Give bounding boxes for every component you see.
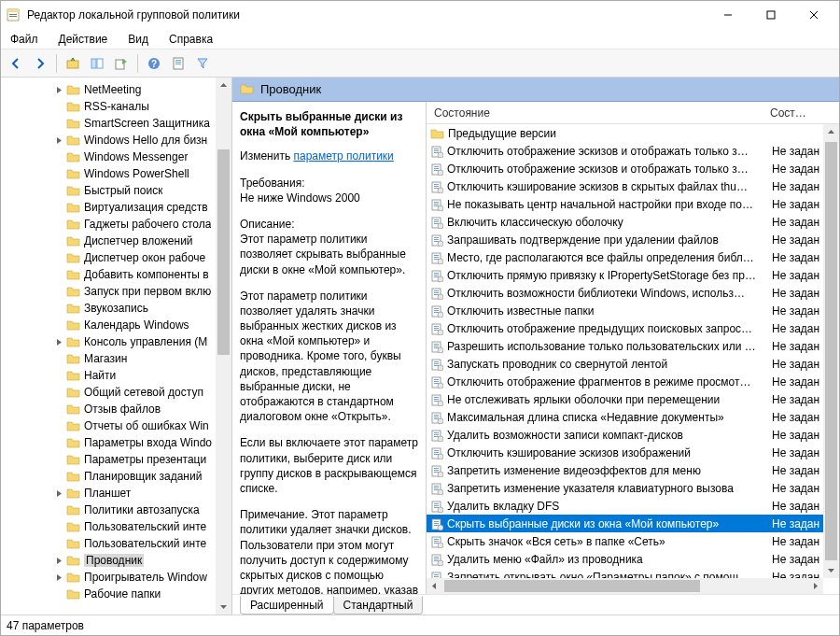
scrollbar-thumb[interactable] bbox=[825, 142, 837, 560]
tree[interactable]: NetMeetingRSS-каналыSmartScreen Защитник… bbox=[1, 78, 231, 606]
tree-item[interactable]: Календарь Windows bbox=[1, 317, 231, 333]
list-item[interactable]: Запускать проводник со свернутой лентойН… bbox=[427, 355, 823, 373]
folder-icon bbox=[66, 571, 80, 584]
nav-forward-button[interactable] bbox=[29, 52, 51, 75]
up-button[interactable] bbox=[62, 52, 84, 75]
expander-icon[interactable] bbox=[53, 336, 64, 347]
list-item[interactable]: Отключить отображение эскизов и отобража… bbox=[427, 142, 823, 160]
list-item-state: Не задан bbox=[768, 180, 823, 193]
list-item[interactable]: Место, где располагаются все файлы опред… bbox=[427, 248, 823, 266]
list-item[interactable]: Удалить возможности записи компакт-диско… bbox=[427, 426, 823, 444]
expander-icon[interactable] bbox=[53, 488, 64, 499]
list-item-label: Отключить отображение предыдущих поисков… bbox=[447, 322, 768, 335]
properties-button[interactable] bbox=[167, 52, 189, 75]
list-item[interactable]: Включить классическую оболочкуНе задан bbox=[427, 213, 823, 231]
list-item[interactable]: Отключить отображение фрагментов в режим… bbox=[427, 373, 823, 390]
menu-file[interactable]: Файл bbox=[7, 31, 42, 48]
column-header-state[interactable]: Состоян bbox=[763, 106, 819, 120]
tree-item[interactable]: Консоль управления (M bbox=[1, 333, 231, 350]
tree-item[interactable]: Диспетчер окон рабоче bbox=[1, 249, 231, 266]
tree-item[interactable]: Пользовательский инте bbox=[1, 518, 231, 535]
expander-icon[interactable] bbox=[53, 134, 64, 146]
policy-setting-link[interactable]: параметр политики bbox=[293, 149, 393, 163]
menu-action[interactable]: Действие bbox=[55, 31, 112, 48]
list-item[interactable]: Не отслеживать ярлыки оболочки при перем… bbox=[427, 390, 823, 408]
tree-item[interactable]: Отчеты об ошибках Win bbox=[1, 417, 231, 434]
scroll-left-icon[interactable] bbox=[427, 578, 442, 594]
tree-item[interactable]: SmartScreen Защитника bbox=[1, 115, 231, 132]
list-item[interactable]: Отключить кэширование эскизов в скрытых … bbox=[427, 177, 823, 195]
tab-standard[interactable]: Стандартный bbox=[333, 596, 424, 615]
list-item[interactable]: Удалить меню «Файл» из проводникаНе зада… bbox=[427, 550, 823, 568]
close-button[interactable] bbox=[792, 1, 835, 29]
list-item[interactable]: Отключить отображение эскизов и отобража… bbox=[427, 160, 823, 177]
list-item[interactable]: Отключить отображение предыдущих поисков… bbox=[427, 319, 823, 337]
tree-item[interactable]: Windows Messenger bbox=[1, 148, 231, 165]
list-folder-item[interactable]: Предыдущие версии bbox=[427, 124, 823, 142]
maximize-button[interactable] bbox=[749, 1, 792, 29]
tree-item[interactable]: Пользовательский инте bbox=[1, 535, 231, 552]
tab-extended[interactable]: Расширенный bbox=[240, 596, 334, 615]
minimize-button[interactable] bbox=[707, 1, 749, 29]
scroll-up-icon[interactable] bbox=[823, 124, 839, 140]
scrollbar-thumb[interactable] bbox=[217, 149, 230, 355]
tree-item[interactable]: Гаджеты рабочего стола bbox=[1, 216, 231, 233]
tree-vertical-scrollbar[interactable] bbox=[216, 78, 231, 615]
tree-item[interactable]: NetMeeting bbox=[1, 81, 231, 98]
folder-icon bbox=[66, 436, 80, 449]
list-rows[interactable]: Предыдущие версииОтключить отображение э… bbox=[427, 124, 823, 586]
list-item[interactable]: Отключить кэширование эскизов изображени… bbox=[427, 444, 823, 461]
list-horizontal-scrollbar[interactable] bbox=[427, 578, 823, 594]
show-hide-tree-button[interactable] bbox=[86, 52, 108, 75]
list-item[interactable]: Скрыть выбранные диски из окна «Мой комп… bbox=[427, 515, 823, 532]
tree-item[interactable]: Запуск при первом вклю bbox=[1, 283, 231, 300]
list-item[interactable]: Отключить возможности библиотеки Windows… bbox=[427, 284, 823, 302]
expander-icon[interactable] bbox=[53, 555, 64, 566]
tree-item[interactable]: Виртуализация средств bbox=[1, 199, 231, 216]
expander-icon[interactable] bbox=[53, 84, 64, 95]
list-item[interactable]: Запретить изменение указателя клавиатурн… bbox=[427, 479, 823, 497]
scroll-right-icon[interactable] bbox=[807, 578, 823, 594]
tree-item[interactable]: Политики автозапуска bbox=[1, 502, 231, 518]
list-item[interactable]: Разрешить использование только пользоват… bbox=[427, 337, 823, 355]
list-item[interactable]: Максимальная длина списка «Недавние доку… bbox=[427, 408, 823, 426]
tree-item[interactable]: Отзыв файлов bbox=[1, 401, 231, 417]
nav-back-button[interactable] bbox=[5, 52, 27, 75]
tree-item[interactable]: Рабочие папки bbox=[1, 586, 231, 602]
tree-item[interactable]: Проигрыватель Window bbox=[1, 569, 231, 586]
tree-item[interactable]: Найти bbox=[1, 367, 231, 384]
menu-view[interactable]: Вид bbox=[124, 31, 152, 48]
list-item[interactable]: Не показывать центр начальной настройки … bbox=[427, 195, 823, 213]
list-item[interactable]: Запрашивать подтверждение при удалении ф… bbox=[427, 231, 823, 248]
tree-item[interactable]: Планировщик заданий bbox=[1, 468, 231, 485]
tree-item[interactable]: Windows Hello для бизн bbox=[1, 132, 231, 148]
tree-item[interactable]: Магазин bbox=[1, 350, 231, 367]
tree-item[interactable]: Проводник bbox=[1, 552, 231, 569]
tree-item[interactable]: Быстрый поиск bbox=[1, 182, 231, 199]
list-item[interactable]: Отключить прямую привязку к IPropertySet… bbox=[427, 266, 823, 284]
tree-item[interactable]: Планшет bbox=[1, 485, 231, 502]
tree-item[interactable]: Параметры презентаци bbox=[1, 451, 231, 468]
expander-icon[interactable] bbox=[53, 572, 64, 583]
column-header-name[interactable]: Состояние bbox=[427, 106, 763, 120]
scroll-down-icon[interactable] bbox=[216, 599, 231, 615]
menu-help[interactable]: Справка bbox=[165, 31, 217, 48]
list-item[interactable]: Отключить известные папкиНе задан bbox=[427, 302, 823, 319]
export-button[interactable] bbox=[110, 52, 133, 75]
help-button[interactable]: ? bbox=[143, 52, 165, 75]
tree-item[interactable]: Добавить компоненты в bbox=[1, 266, 231, 283]
list-item[interactable]: Скрыть значок «Вся сеть» в папке «Сеть»Н… bbox=[427, 532, 823, 550]
scrollbar-thumb[interactable] bbox=[444, 580, 700, 592]
tree-item[interactable]: Звукозапись bbox=[1, 300, 231, 317]
scroll-down-icon[interactable] bbox=[823, 562, 839, 578]
tree-item[interactable]: RSS-каналы bbox=[1, 98, 231, 115]
list-item[interactable]: Запретить изменение видеоэффектов для ме… bbox=[427, 461, 823, 479]
tree-item[interactable]: Общий сетевой доступ bbox=[1, 384, 231, 401]
scroll-up-icon[interactable] bbox=[216, 78, 231, 93]
list-vertical-scrollbar[interactable] bbox=[823, 124, 839, 578]
filter-button[interactable] bbox=[191, 52, 214, 75]
tree-item[interactable]: Диспетчер вложений bbox=[1, 233, 231, 249]
tree-item[interactable]: Параметры входа Windo bbox=[1, 434, 231, 451]
list-item[interactable]: Удалить вкладку DFSНе задан bbox=[427, 497, 823, 515]
tree-item[interactable]: Windows PowerShell bbox=[1, 165, 231, 182]
